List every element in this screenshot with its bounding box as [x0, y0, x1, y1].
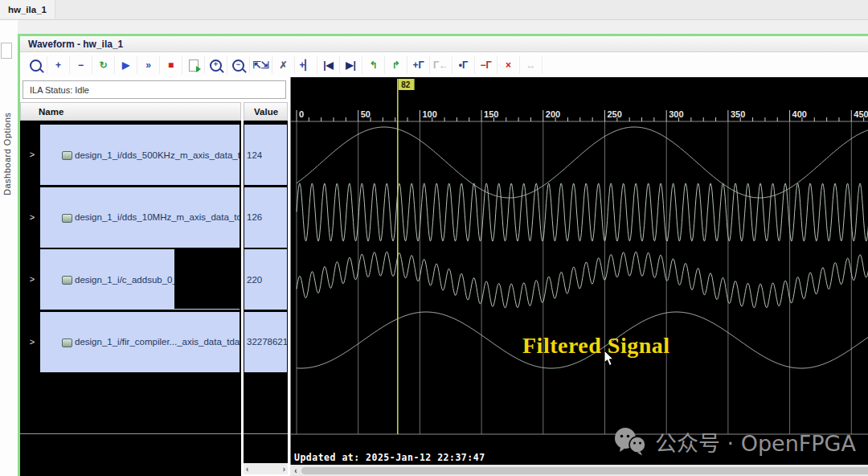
marker-label: 82 [401, 80, 411, 89]
goto-end-icon[interactable]: ▶| [340, 56, 362, 74]
svg-text:0: 0 [299, 109, 304, 119]
zoom-in-icon[interactable]: + [205, 56, 227, 74]
wechat-icon [613, 427, 647, 456]
trigger-pos-in-icon[interactable]: ↰ [362, 56, 385, 74]
svg-text:200: 200 [546, 109, 560, 119]
dashboard-options-label[interactable]: Dashboard Options [2, 59, 12, 195]
waveform-canvas[interactable]: 05010015020025030035040045082 [291, 77, 868, 450]
svg-text:350: 350 [731, 109, 745, 119]
export-data-icon[interactable] [182, 56, 205, 74]
run-trigger-icon[interactable]: ↻ [92, 56, 115, 74]
run-immediate-icon[interactable]: ▶ [115, 56, 137, 74]
goto-marker-icon[interactable]: •Γ [452, 56, 475, 74]
signal-value-list: 12412622032278621 [244, 121, 288, 463]
scroll-right-icon[interactable]: › [283, 465, 285, 474]
trace-2 [297, 252, 868, 308]
time-ruler: 050100150200250300350400450 [297, 109, 868, 121]
vivado-ila-window: hw_ila_1 Dashboard Options Waveform - hw… [0, 0, 868, 476]
scroll-left-icon[interactable]: ‹ [246, 465, 248, 474]
goto-start-icon[interactable]: |◀ [317, 56, 340, 74]
name-pane-divider [20, 433, 241, 434]
horizontal-scrollbar[interactable]: ‹ [290, 465, 868, 476]
waveform-traces [297, 127, 868, 368]
filtered-signal-annotation: Filtered Signal [522, 333, 670, 359]
signal-icon [62, 151, 72, 160]
add-trigger-icon[interactable]: +Γ [407, 56, 430, 74]
value-column-scrollbar[interactable]: ‹ › [244, 463, 288, 474]
zoom-out-icon: − [232, 60, 244, 72]
signal-icon [62, 339, 72, 347]
updated-timestamp: Updated at: 2025-Jan-12 22:37:47 [294, 452, 485, 463]
signal-value[interactable]: 32278621 [244, 312, 287, 372]
scroll-left-icon[interactable]: ‹ [290, 466, 301, 475]
add-marker-icon[interactable]: +▏ [295, 56, 317, 74]
signal-icon [62, 276, 72, 285]
column-header-value[interactable]: Value [244, 102, 288, 121]
svg-text:150: 150 [484, 109, 498, 119]
zoom-fit-icon[interactable]: ⇱⇲ [250, 56, 272, 74]
signal-name: design_1_i/dds_500KHz_m_axis_data_tdata[… [75, 150, 240, 160]
stop-trigger-icon[interactable]: ■ [160, 56, 182, 74]
zoom-in-icon: + [210, 60, 222, 72]
trigger-immediate-off-icon[interactable]: ✗ [272, 56, 295, 74]
ila-status-label: ILA Status: Idle [30, 85, 89, 95]
watermark-text: 公众号 · OpenFPGA [655, 426, 856, 458]
trigger-pos-out-icon[interactable]: ↱ [385, 56, 407, 74]
expand-chevron-icon[interactable]: > [27, 274, 37, 284]
scrollbar-thumb[interactable] [301, 467, 868, 474]
waveform-panel-title: Waveform - hw_ila_1 [28, 39, 123, 50]
signal-value[interactable]: 124 [244, 125, 287, 185]
signal-name: design_1_i/dds_10MHz_m_axis_data_tdata[7… [75, 212, 240, 222]
signal-row[interactable]: design_1_i/dds_10MHz_m_axis_data_tdata[7… [40, 187, 240, 248]
add-probes-icon[interactable]: + [47, 56, 70, 74]
delete-icon[interactable]: × [497, 56, 520, 74]
tab-hw-ila-1[interactable]: hw_ila_1 [0, 0, 55, 18]
watermark: 公众号 · OpenFPGA [555, 424, 856, 459]
trace-0 [297, 127, 868, 198]
swap-icon[interactable]: ↔ [520, 56, 542, 74]
signal-value[interactable]: 126 [244, 187, 287, 248]
dashboard-collapse-tab[interactable] [1, 43, 12, 59]
run-continuous-icon[interactable]: » [137, 56, 160, 74]
tab-label: hw_ila_1 [8, 5, 47, 14]
signal-icon [62, 214, 72, 223]
signal-name: design_1_i/fir_compiler..._axis_data_tda… [75, 337, 240, 347]
search-icon[interactable] [25, 56, 47, 74]
export-data-icon [189, 60, 199, 72]
left-gutter: Dashboard Options [0, 20, 18, 476]
svg-text:50: 50 [361, 109, 371, 119]
value-pane-divider [244, 433, 288, 434]
expand-chevron-icon[interactable]: > [27, 212, 37, 222]
svg-text:450: 450 [854, 109, 868, 119]
zoom-out-icon[interactable]: − [227, 56, 250, 74]
svg-text:250: 250 [608, 109, 622, 119]
expand-chevron-icon[interactable]: > [27, 150, 37, 159]
blackout-overlay [174, 249, 240, 309]
svg-text:300: 300 [669, 109, 683, 119]
svg-text:100: 100 [422, 109, 436, 119]
waveform-panel-titlebar[interactable]: Waveform - hw_ila_1 [20, 36, 868, 52]
remove-marker-icon[interactable]: −Γ [475, 56, 497, 74]
tab-bar-lower-strip [0, 20, 868, 34]
search-icon [30, 60, 42, 72]
expand-chevron-icon[interactable]: > [27, 337, 37, 347]
column-header-name[interactable]: Name [20, 102, 241, 121]
grid-lines [291, 121, 868, 434]
top-tab-bar: hw_ila_1 [0, 0, 868, 20]
signal-value[interactable]: 220 [244, 249, 287, 310]
prev-edge-icon[interactable]: Γ← [430, 56, 452, 74]
waveform-display-area[interactable]: 05010015020025030035040045082 [290, 77, 868, 465]
signal-row[interactable]: design_1_i/dds_500KHz_m_axis_data_tdata[… [40, 125, 240, 185]
mouse-cursor [604, 351, 615, 367]
waveform-toolbar: +−↻▶»■+−⇱⇲✗+▏|◀▶|↰↱+ΓΓ←•Γ−Γ×↔ [20, 53, 868, 77]
remove-probes-icon[interactable]: − [70, 56, 92, 74]
svg-text:400: 400 [792, 109, 807, 119]
signal-row[interactable]: design_1_i/fir_compiler..._axis_data_tda… [40, 312, 240, 372]
ila-status-box: ILA Status: Idle [23, 80, 286, 99]
